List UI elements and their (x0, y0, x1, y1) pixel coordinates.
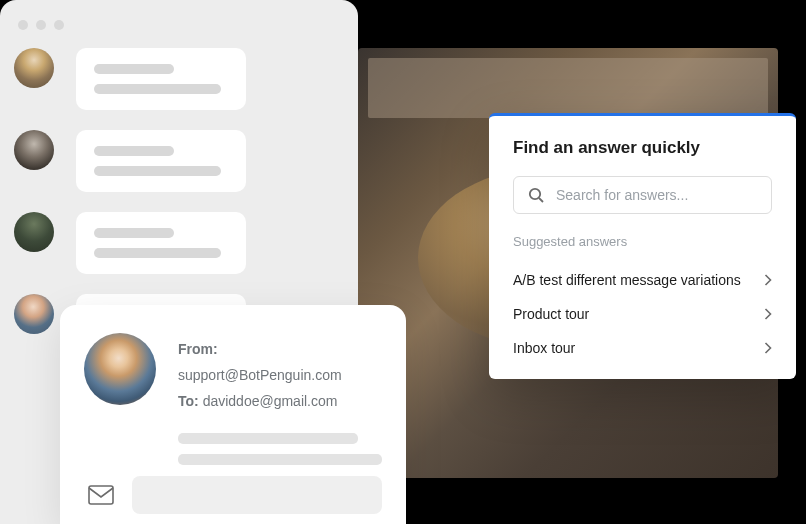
reply-input[interactable] (132, 476, 382, 514)
conversation-item[interactable] (14, 48, 344, 110)
email-body (84, 431, 382, 465)
chevron-right-icon (764, 308, 772, 320)
email-header: From: support@BotPenguin.com To: daviddo… (84, 333, 382, 415)
suggestion-item[interactable]: Inbox tour (513, 331, 772, 365)
sender-avatar (84, 333, 156, 405)
conversation-preview (76, 212, 246, 274)
answer-title: Find an answer quickly (513, 138, 772, 158)
from-label: From: (178, 341, 218, 357)
conversation-item[interactable] (14, 130, 344, 192)
conversation-preview (76, 48, 246, 110)
search-box[interactable] (513, 176, 772, 214)
suggestion-text: Product tour (513, 306, 589, 322)
chevron-right-icon (764, 342, 772, 354)
suggestion-item[interactable]: Product tour (513, 297, 772, 331)
search-icon (528, 187, 544, 203)
suggestion-text: Inbox tour (513, 340, 575, 356)
email-from-line: From: support@BotPenguin.com (178, 337, 382, 389)
email-to-line: To: daviddoe@gmail.com (178, 389, 382, 415)
search-input[interactable] (556, 187, 757, 203)
avatar (14, 48, 54, 88)
svg-line-2 (539, 198, 543, 202)
email-card: From: support@BotPenguin.com To: daviddo… (60, 305, 406, 524)
email-footer (84, 476, 382, 514)
skeleton-line (94, 166, 221, 176)
skeleton-line (94, 248, 221, 258)
mail-icon (88, 485, 114, 505)
suggestion-text: A/B test different message variations (513, 272, 741, 288)
window-dot-close[interactable] (18, 20, 28, 30)
conversation-preview (76, 130, 246, 192)
avatar (14, 130, 54, 170)
email-meta: From: support@BotPenguin.com To: daviddo… (178, 333, 382, 415)
skeleton-line (94, 84, 221, 94)
from-value: support@BotPenguin.com (178, 367, 342, 383)
avatar (14, 212, 54, 252)
to-label: To: (178, 393, 199, 409)
conversation-item[interactable] (14, 212, 344, 274)
skeleton-line (178, 454, 382, 465)
skeleton-line (94, 146, 174, 156)
answer-popup: Find an answer quickly Suggested answers… (489, 113, 796, 379)
chevron-right-icon (764, 274, 772, 286)
skeleton-line (94, 228, 174, 238)
svg-point-1 (530, 189, 540, 199)
suggested-label: Suggested answers (513, 234, 772, 249)
to-value: daviddoe@gmail.com (203, 393, 338, 409)
window-dot-minimize[interactable] (36, 20, 46, 30)
skeleton-line (94, 64, 174, 74)
svg-rect-0 (89, 486, 113, 504)
skeleton-line (178, 433, 358, 444)
avatar (14, 294, 54, 334)
window-dot-maximize[interactable] (54, 20, 64, 30)
window-controls (0, 12, 358, 40)
suggestion-item[interactable]: A/B test different message variations (513, 263, 772, 297)
